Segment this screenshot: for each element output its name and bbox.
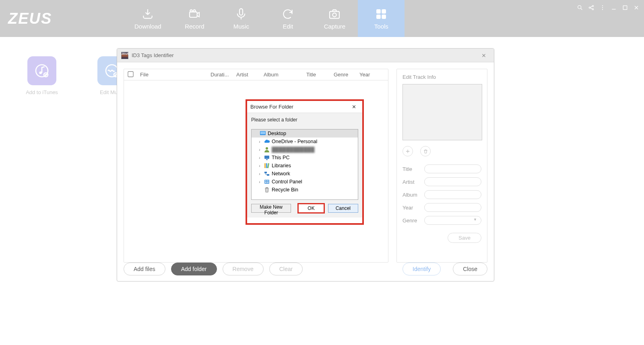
edit-panel-title: Edit Track Info — [402, 74, 481, 80]
svg-point-10 — [578, 6, 581, 9]
tree-item-network[interactable]: › Network — [252, 170, 358, 178]
add-folder-button[interactable]: Add folder — [171, 263, 217, 275]
tree-label: This PC — [272, 155, 289, 160]
folder-dialog-titlebar[interactable]: Browse For Folder — [247, 101, 362, 113]
maximize-icon[interactable] — [621, 4, 629, 11]
svg-point-15 — [602, 7, 603, 8]
select-genre[interactable] — [424, 216, 481, 225]
user-icon — [264, 146, 270, 153]
id3-close-button[interactable] — [478, 51, 490, 60]
add-files-button[interactable]: Add files — [124, 263, 165, 275]
nav-record[interactable]: Record — [171, 0, 218, 37]
nav-tools[interactable]: Tools — [358, 0, 405, 37]
label-artist: Artist — [402, 179, 424, 185]
tree-label: Network — [272, 171, 290, 177]
svg-rect-36 — [265, 182, 266, 183]
browse-folder-dialog: Browse For Folder Please select a folder… — [246, 99, 364, 225]
folder-tree[interactable]: Desktop › OneDrive - Personal › ████████… — [251, 129, 358, 200]
delete-art-button[interactable] — [420, 146, 431, 156]
input-year[interactable] — [424, 203, 481, 212]
tree-label: Desktop — [268, 131, 286, 136]
tree-label: OneDrive - Personal — [272, 139, 317, 144]
desktop-icon — [260, 130, 266, 137]
cancel-button[interactable]: Cancel — [328, 204, 358, 213]
itunes-tile-icon — [27, 56, 56, 85]
zeus-small-icon: ZEUS — [121, 52, 128, 59]
nav-label: Edit — [283, 23, 293, 30]
expand-arrow-icon[interactable]: › — [257, 172, 262, 176]
input-title[interactable] — [424, 164, 481, 173]
remove-button[interactable]: Remove — [223, 263, 264, 275]
svg-rect-4 — [330, 11, 339, 18]
album-art-box[interactable] — [402, 84, 482, 140]
minimize-icon[interactable] — [610, 4, 617, 11]
tree-item-onedrive[interactable]: › OneDrive - Personal — [252, 138, 358, 146]
nav-edit[interactable]: Edit — [264, 0, 311, 37]
tools-grid-icon — [375, 8, 388, 21]
libraries-icon — [264, 162, 270, 169]
tree-item-desktop[interactable]: Desktop — [252, 129, 358, 138]
tree-item-control-panel[interactable]: › Control Panel — [252, 178, 358, 186]
folder-dialog-prompt: Please select a folder — [247, 113, 362, 129]
tree-label: Libraries — [272, 163, 291, 168]
svg-rect-29 — [266, 163, 267, 168]
expand-arrow-icon[interactable]: › — [257, 164, 262, 168]
svg-rect-17 — [623, 6, 627, 9]
header-title[interactable]: Title — [306, 72, 334, 78]
tree-item-libraries[interactable]: › Libraries — [252, 162, 358, 170]
folder-dialog-title: Browse For Folder — [250, 104, 293, 110]
trash-icon — [423, 149, 428, 154]
close-button[interactable]: Close — [453, 263, 487, 275]
tree-item-recycle-bin[interactable]: Recycle Bin — [252, 186, 358, 194]
label-title: Title — [402, 166, 424, 172]
tree-item-user[interactable]: › ████████████ — [252, 146, 358, 154]
id3-titlebar[interactable]: ZEUS ID3 Tags Identifier — [117, 49, 494, 62]
make-new-folder-button[interactable]: Make New Folder — [251, 204, 291, 213]
nav-label: Music — [233, 23, 249, 30]
this-pc-icon — [264, 154, 270, 161]
svg-point-16 — [602, 9, 603, 10]
track-list-header: File Durati... Artist Album Title Genre … — [124, 69, 388, 80]
nav-label: Record — [185, 23, 204, 30]
input-album[interactable] — [424, 190, 481, 199]
app-header: ZEUS Download Record Music Edit — [0, 0, 644, 37]
select-all-checkbox[interactable] — [128, 71, 133, 77]
tile-add-to-itunes[interactable]: Add to iTunes — [19, 56, 64, 95]
svg-rect-31 — [264, 172, 267, 173]
header-file[interactable]: File — [140, 72, 211, 78]
header-year[interactable]: Year — [359, 72, 380, 78]
expand-arrow-icon[interactable]: › — [257, 156, 262, 160]
folder-dialog-close-button[interactable] — [349, 103, 359, 111]
nav-music[interactable]: Music — [218, 0, 264, 37]
header-duration[interactable]: Durati... — [211, 72, 236, 78]
refresh-icon — [281, 8, 294, 21]
header-genre[interactable]: Genre — [334, 72, 359, 78]
microphone-icon — [235, 8, 248, 21]
header-artist[interactable]: Artist — [236, 72, 264, 78]
label-album: Album — [402, 192, 424, 198]
search-icon[interactable] — [576, 4, 584, 11]
label-year: Year — [402, 205, 424, 211]
expand-arrow-icon[interactable]: › — [257, 140, 262, 144]
nav-download[interactable]: Download — [124, 0, 171, 37]
ok-button[interactable]: OK — [297, 203, 324, 214]
expand-arrow-icon[interactable]: › — [257, 180, 262, 184]
svg-rect-27 — [266, 159, 268, 160]
label-genre: Genre — [402, 218, 424, 224]
nav-capture[interactable]: Capture — [311, 0, 358, 37]
expand-arrow-icon[interactable]: › — [257, 148, 262, 152]
input-artist[interactable] — [424, 177, 481, 186]
control-panel-icon — [264, 179, 270, 185]
svg-point-14 — [602, 5, 603, 6]
id3-window-title: ID3 Tags Identifier — [132, 52, 174, 58]
save-button[interactable]: Save — [448, 233, 481, 243]
close-icon[interactable] — [633, 4, 640, 11]
add-art-button[interactable]: ＋ — [402, 146, 413, 156]
header-album[interactable]: Album — [264, 72, 306, 78]
menu-icon[interactable] — [599, 4, 606, 11]
id3-bottom-buttons: Add files Add folder Remove Clear Identi… — [124, 263, 487, 275]
identify-button[interactable]: Identify — [402, 263, 441, 275]
tree-item-this-pc[interactable]: › This PC — [252, 154, 358, 162]
share-icon[interactable] — [588, 4, 595, 11]
clear-button[interactable]: Clear — [269, 263, 303, 275]
